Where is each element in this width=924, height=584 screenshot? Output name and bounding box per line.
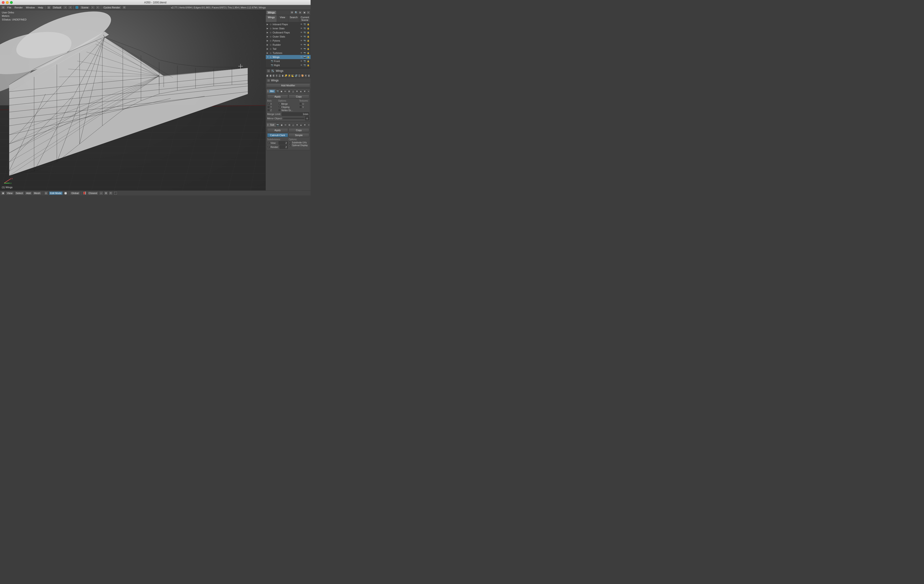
subsurf-cage-icon[interactable]: ⊞ [288, 123, 291, 127]
engine-selector[interactable]: Cycles Render [102, 6, 122, 9]
layout-icon[interactable]: ▤ [46, 5, 51, 10]
vertex-select-icon[interactable]: ⬤ [63, 191, 68, 195]
render-icon[interactable]: 📷 [303, 39, 306, 42]
lock-icon[interactable]: 🔒 [307, 64, 310, 67]
visibility-icon[interactable]: 👁 [300, 23, 303, 26]
vp-icon-3[interactable]: ⊞ [272, 74, 275, 77]
blender-icon[interactable]: ⊞ [1, 5, 5, 10]
vp-icon-11[interactable]: ◻ [298, 74, 300, 77]
view-subdiv-checkbox[interactable] [267, 141, 270, 144]
mirror-adjust-icon[interactable]: △ [291, 89, 295, 93]
snap-type-button[interactable]: Closest [87, 191, 99, 195]
visibility-icon[interactable]: 👁 [300, 51, 303, 54]
menu-help[interactable]: Help [36, 6, 45, 9]
visibility-icon[interactable]: 👁 [300, 59, 303, 63]
scene-tab-wings[interactable]: Wings [266, 15, 277, 22]
render-icon[interactable]: 📷 [303, 47, 306, 51]
props-mesh-icon[interactable]: ◇ [267, 69, 271, 73]
outliner-item-wings[interactable]: ▼ ◇ Wings 👁 📷 🔒 [266, 55, 310, 59]
subsurf-close-icon[interactable]: × [307, 123, 310, 127]
outliner-item-right[interactable]: 📷 Right 👁 📷 🔒 [266, 63, 310, 67]
scene-remove-icon[interactable]: × [96, 5, 100, 10]
engine-icon[interactable]: ⚙ [122, 5, 127, 10]
lock-icon[interactable]: 🔒 [307, 23, 310, 26]
outliner-item-inboard-flaps[interactable]: ▶ ◇ Inboard Flaps 👁 📷 🔒 [266, 22, 310, 26]
lock-icon[interactable]: 🔒 [307, 39, 310, 42]
subsurf-expand-icon[interactable]: ▼ [295, 123, 299, 127]
view-subdiv-value[interactable]: 2 [279, 141, 288, 145]
scene-add-icon[interactable]: + [91, 5, 95, 10]
record-icon[interactable]: ⚫ [114, 191, 117, 195]
vp-icon-9[interactable]: 📐 [291, 74, 294, 77]
workspace-add-icon[interactable]: + [63, 5, 68, 10]
visibility-icon[interactable]: 👁 [300, 31, 303, 34]
menu-window[interactable]: Window [25, 6, 36, 9]
subsurf-render-icon[interactable]: ◉ [280, 123, 284, 127]
vp-icon-13[interactable]: ✦ [304, 74, 307, 77]
add-menu-button[interactable]: Add [25, 191, 32, 195]
option-vertex-checkbox[interactable] [278, 109, 281, 112]
edit-mode-selector[interactable]: Edit Mode [49, 191, 63, 195]
axis-x-checkbox[interactable] [267, 102, 270, 105]
mirror-close-icon[interactable]: × [307, 89, 310, 93]
tex-u-checkbox[interactable] [299, 102, 302, 105]
lock-icon[interactable]: 🔒 [307, 27, 310, 30]
option-clipping-checkbox[interactable] [278, 106, 281, 109]
workspace-selector[interactable]: Default [52, 6, 63, 9]
vp-icon-12[interactable]: 🎨 [301, 74, 304, 77]
panel-close-icon[interactable]: × [307, 11, 310, 14]
render-icon[interactable]: 📷 [303, 43, 306, 46]
mirror-object-field[interactable] [283, 118, 304, 119]
outliner-item-inner-slats[interactable]: ▶ ◇ Inner Slats 👁 📷 🔒 [266, 26, 310, 30]
scene-tab-search[interactable]: Search [288, 15, 299, 22]
outliner-item-rudder[interactable]: ▶ ◇ Rudder 👁 📷 🔒 [266, 43, 310, 47]
mirror-camera-icon[interactable]: 📷 [276, 89, 279, 93]
select-menu-button[interactable]: Select [15, 191, 24, 195]
render-subdiv-checkbox[interactable] [267, 146, 270, 148]
lock-icon[interactable]: 🔒 [307, 59, 310, 63]
visibility-icon[interactable]: 👁 [300, 56, 303, 59]
visibility-icon[interactable]: 👁 [300, 47, 303, 51]
mirror-icon-btn[interactable]: ⊞ [104, 191, 108, 195]
panel-scene-icon[interactable]: ● [298, 11, 302, 14]
visibility-icon[interactable]: 👁 [300, 43, 303, 46]
outliner-item-outer-slats[interactable]: ▶ ◇ Outer Slats 👁 📷 🔒 [266, 35, 310, 39]
render-icon[interactable]: 📷 [303, 51, 306, 54]
render-icon[interactable]: 📷 [303, 59, 306, 63]
window-controls[interactable] [2, 1, 13, 4]
visibility-icon[interactable]: 👁 [300, 27, 303, 30]
tex-v-checkbox[interactable] [299, 106, 302, 109]
panel-expand-icon[interactable]: ◀ [302, 11, 306, 14]
mirror-cage-icon[interactable]: ⊞ [287, 89, 291, 93]
mirror-up-icon[interactable]: ▲ [299, 89, 303, 93]
global-selector[interactable]: Global [70, 191, 80, 195]
mirror-edit-icon[interactable]: ✏ [284, 89, 287, 93]
subsurf-up-icon[interactable]: ▲ [299, 123, 303, 127]
scene-tab-current-scene[interactable]: Current Scene [299, 15, 310, 22]
visibility-icon[interactable]: 👁 [300, 39, 303, 42]
merge-limit-value[interactable]: 1mm [282, 112, 309, 116]
optimal-display-checkbox[interactable] [289, 144, 292, 146]
render-icon[interactable]: 📷 [303, 56, 306, 59]
lock-icon[interactable]: 🔒 [307, 56, 310, 59]
obj-icon[interactable]: ◇ [267, 79, 271, 82]
axis-y-checkbox[interactable] [267, 106, 270, 109]
subsurf-catmull-button[interactable]: Catmull-Clark [267, 133, 288, 137]
add-modifier-button[interactable]: Add Modifier [266, 83, 310, 87]
view-menu-button[interactable]: View [6, 191, 14, 195]
mirror-expand-icon[interactable]: ▼ [295, 89, 299, 93]
vp-icon-2[interactable]: ◉ [269, 74, 272, 77]
subsurf-adjust-icon[interactable]: △ [292, 123, 295, 127]
outliner-item-turbines[interactable]: ▶ ◇ Turbines 👁 📷 🔒 [266, 51, 310, 55]
scene-selector[interactable]: Scene [79, 6, 90, 9]
subdivide-uvs-checkbox[interactable] [289, 141, 292, 144]
outliner-item-outboard-flaps[interactable]: ▶ ◇ Outboard Flaps 👁 📷 🔒 [266, 30, 310, 35]
vp-icon-1[interactable]: ▶ [266, 74, 269, 77]
render-icon[interactable]: 📷 [303, 64, 306, 67]
magnet-icon[interactable]: 🧲 [82, 191, 87, 195]
vp-icon-14[interactable]: ◈ [308, 74, 310, 77]
render-icon[interactable]: 📷 [303, 35, 306, 38]
lock-icon[interactable]: 🔒 [307, 31, 310, 34]
outliner-item-tail[interactable]: ▶ ◇ Tail 👁 📷 🔒 [266, 47, 310, 51]
render-icon[interactable]: 📷 [303, 31, 306, 34]
